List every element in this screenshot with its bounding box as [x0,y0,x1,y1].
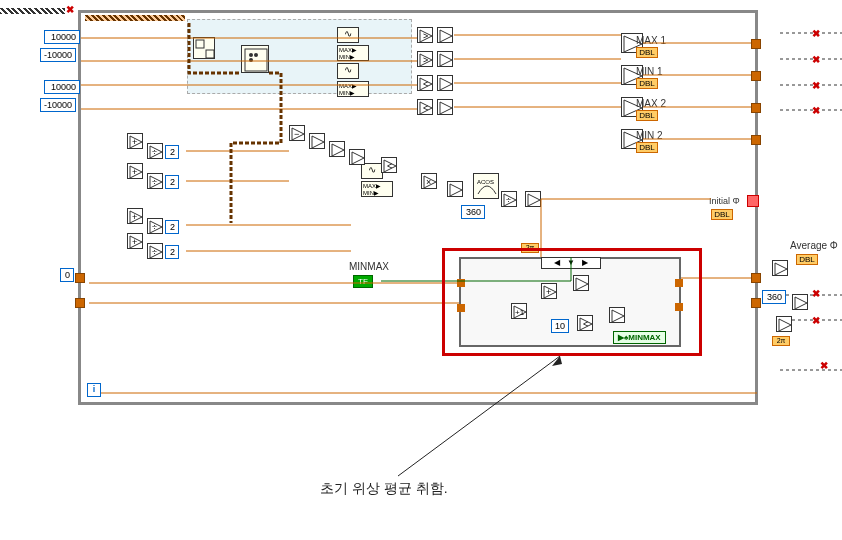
tunnel [751,103,761,113]
shift-register [75,298,85,308]
compare-node: > [417,27,433,43]
max-min-block: MAX▶MIN▶ [337,81,369,97]
constant-two: 2 [165,245,179,259]
annotation-arrow [360,356,580,486]
svg-text:÷: ÷ [506,195,511,205]
break-icon: ✖ [812,54,820,65]
unbundle-block [193,37,215,59]
constant-10000: 10000 [44,80,80,94]
max-min-block: MAX▶MIN▶ [361,181,393,197]
constant-zero: 0 [60,268,74,282]
svg-marker-49 [352,152,364,164]
output-dashed-wires [780,0,842,420]
min1-label: MIN 1 [636,66,663,77]
min2-label: MIN 2 [636,130,663,141]
svg-text:+: + [132,167,137,177]
compare-node: < [381,157,397,173]
svg-marker-92 [795,297,807,309]
tunnel [751,71,761,81]
svg-marker-15 [440,30,452,42]
constant-360: 360 [762,290,786,304]
svg-text:÷: ÷ [152,177,157,187]
svg-marker-93 [779,319,791,331]
subtract-node [349,149,365,165]
compare-node [437,99,453,115]
divide-node: ÷ [147,143,163,159]
dbl-indicator: DBL [636,47,658,58]
svg-text:ACOS: ACOS [477,179,494,185]
svg-rect-8 [206,50,214,58]
sine-wave-icon: ∿ [337,27,359,43]
shift-register [751,273,761,283]
arith-node [776,316,792,332]
pi-constant: 2π [772,336,790,346]
highlight-annotation-box [442,248,702,356]
svg-text:<: < [423,79,428,89]
dbl-indicator: DBL [636,110,658,121]
svg-marker-18 [440,54,452,66]
divide-node: ÷ [147,173,163,189]
initial-phi-label: Initial Φ [709,196,740,206]
constant-360: 360 [461,205,485,219]
break-icon: ✖ [812,28,820,39]
svg-marker-21 [440,78,452,90]
index-array-block [241,45,269,73]
svg-text:+: + [132,237,137,247]
svg-marker-91 [775,263,787,275]
dbl-indicator: DBL [636,78,658,89]
sine-wave-icon: ∿ [337,63,359,79]
svg-marker-54 [450,184,462,196]
svg-text:÷: ÷ [152,222,157,232]
max2-label: MAX 2 [636,98,666,109]
constant-two: 2 [165,175,179,189]
compare-node: < [417,75,433,91]
tunnel [751,39,761,49]
add-node: + [127,133,143,149]
stop-icon [747,195,759,207]
shift-register [75,273,85,283]
svg-text:<: < [423,103,428,113]
max1-label: MAX 1 [636,35,666,46]
break-icon: ✖ [812,105,820,116]
constant-two: 2 [165,220,179,234]
svg-point-12 [249,58,253,62]
svg-line-94 [398,356,560,476]
multiply-node [525,191,541,207]
svg-rect-7 [196,40,204,48]
compare-node [437,75,453,91]
break-icon: ✖ [820,360,828,371]
svg-text:>: > [423,55,428,65]
average-phi-label: Average Φ [790,240,838,251]
multiply-node: × [421,173,437,189]
tunnel [751,135,761,145]
constant-neg10000: -10000 [40,98,76,112]
svg-text:÷: ÷ [152,247,157,257]
compare-node: < [417,99,433,115]
constant-neg10000: -10000 [40,48,76,62]
max-min-block: MAX▶MIN▶ [337,45,369,61]
break-icon: ✖ [66,4,74,15]
cluster-wire [85,15,185,21]
divide-node: ÷ [147,243,163,259]
acos-block: ACOS [473,173,499,199]
svg-point-10 [249,53,253,57]
add-node: + [127,208,143,224]
dbl-indicator: DBL [711,209,733,220]
divide-node: ÷ [147,218,163,234]
break-icon: ✖ [812,315,820,326]
compare-node [437,51,453,67]
subtract-node: − [289,125,305,141]
divide-node [329,141,345,157]
arith-node [772,260,788,276]
dbl-indicator: DBL [636,142,658,153]
hatch-strip [0,8,65,14]
svg-text:+: + [132,137,137,147]
constant-two: 2 [165,145,179,159]
svg-text:−: − [294,129,299,139]
svg-marker-48 [332,144,344,156]
add-node: + [127,163,143,179]
minmax-boolean-control[interactable]: TF [353,275,373,288]
svg-marker-47 [312,136,324,148]
dbl-indicator: DBL [796,254,818,265]
divide-node [447,181,463,197]
